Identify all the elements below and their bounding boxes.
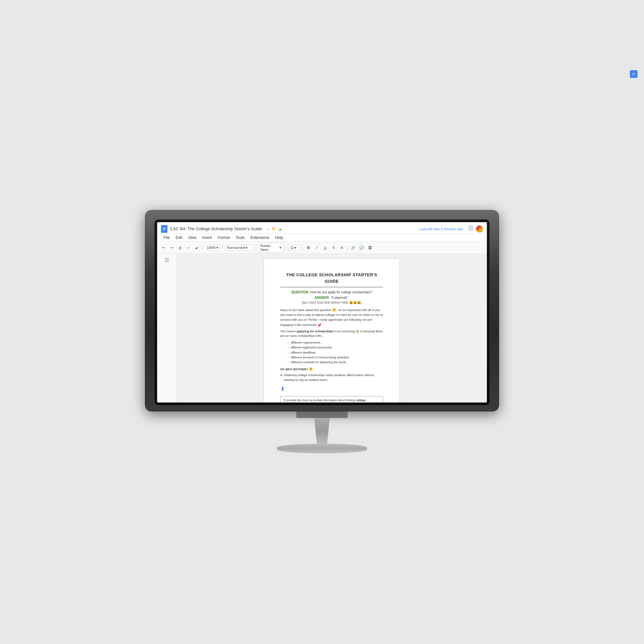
star-icon[interactable]: ☆ <box>266 227 270 231</box>
bullet-item-5: different methods for delivering the fun… <box>287 360 383 365</box>
download-arrow-icon: ⬇ <box>280 385 383 393</box>
menu-edit[interactable]: Edit <box>173 234 185 241</box>
question-line: QUESTION: How do you apply for college s… <box>280 290 383 295</box>
menu-view[interactable]: View <box>185 234 199 241</box>
why-text: Obtaining college scholarships helps stu… <box>284 373 383 382</box>
font-value: Nunito Sans <box>260 244 279 251</box>
answer-label: ANSWER: <box>314 296 330 299</box>
monitor-stand-neck <box>309 418 335 444</box>
fontsize-value: 12 <box>290 246 294 250</box>
page-area[interactable]: ✏ THE COLLEGE SCHOLARSHIP STARTER'S GUID… <box>176 254 487 403</box>
monitor: CAC B4: The College Scholarship Starter'… <box>145 210 499 412</box>
subtext: (aw c'mon bruh that doesn't help 😩😩😩) <box>280 300 383 305</box>
menu-format[interactable]: Format <box>215 234 232 241</box>
title-action-icons: ☆ 📁 ☁ <box>266 227 282 231</box>
gdocs-app-icon <box>161 225 167 233</box>
outline-icon: ☰ <box>165 257 169 263</box>
window-btn-1[interactable] <box>468 225 473 231</box>
monitor-screen: CAC B4: The College Scholarship Starter'… <box>157 222 487 403</box>
monitor-stand-top <box>296 412 348 418</box>
menu-help[interactable]: Help <box>273 234 286 241</box>
svg-rect-2 <box>163 229 166 229</box>
confusing-line: The reason applying for scholarships is … <box>280 329 383 338</box>
confusing-bold: applying for scholarships <box>297 329 334 333</box>
body-text-1: Many of you have asked this question 🤔. … <box>280 308 383 327</box>
cloud-icon[interactable]: ☁ <box>278 227 282 231</box>
italic-btn[interactable]: I <box>313 244 320 251</box>
left-sidebar: ☰ <box>157 254 176 403</box>
image-btn[interactable]: 🖼 <box>366 244 374 251</box>
bullet-list: different requirements different applica… <box>287 340 383 365</box>
zoom-value: 100% <box>207 246 216 250</box>
menu-insert[interactable]: Insert <box>200 234 214 241</box>
style-chevron: ▾ <box>246 246 248 250</box>
style-dropdown[interactable]: Normal text ▾ <box>225 245 254 251</box>
menu-file[interactable]: File <box>161 234 172 241</box>
print-btn[interactable]: 🖨 <box>176 244 184 251</box>
separator-1 <box>202 245 203 251</box>
svg-rect-3 <box>163 230 165 230</box>
bullet-item-4: different amounts of money being awarded <box>287 355 383 360</box>
separator-4 <box>286 245 286 251</box>
editor-area: ☰ ✏ THE COLLEGE SCHOLARSHIP STARTER'S GU… <box>157 254 487 403</box>
gdocs-app: CAC B4: The College Scholarship Starter'… <box>157 222 487 403</box>
menu-extensions[interactable]: Extensions <box>248 234 272 241</box>
title-bar: CAC B4: The College Scholarship Starter'… <box>157 222 487 234</box>
google-account-btn[interactable] <box>476 225 483 232</box>
separator-3 <box>256 245 256 251</box>
monitor-bezel: CAC B4: The College Scholarship Starter'… <box>155 220 489 405</box>
why-item: ◆ Obtaining college scholarships helps s… <box>280 373 383 382</box>
toolbar: ↩ ↪ 🖨 ✓ 🖌 100% ▾ Normal text <box>157 242 487 254</box>
underline-btn[interactable]: U <box>322 244 329 251</box>
confusing-prefix: The reason <box>280 329 297 333</box>
fontsize-chevron: ▾ <box>295 246 297 250</box>
menu-tools[interactable]: Tools <box>233 234 247 241</box>
bold-btn[interactable]: B <box>305 244 312 251</box>
why-bother-heading: SO WHY BOTHER? 🤔 <box>280 367 383 372</box>
question-text: How do you apply for college scholarship… <box>310 290 372 294</box>
bullet-item-3: different deadlines <box>287 350 383 355</box>
spellcheck-btn[interactable]: ✓ <box>185 244 192 251</box>
fontsize-dropdown[interactable]: 12 ▾ <box>288 245 301 251</box>
font-chevron: ▾ <box>279 246 281 250</box>
menu-bar: File Edit View Insert Format Tools Exten… <box>157 234 487 242</box>
bullet-item-1: different requirements <box>287 340 383 345</box>
answer-text: "It depends". <box>331 296 349 299</box>
strikethrough-btn[interactable]: S <box>330 244 337 251</box>
question-label: QUESTION: <box>291 290 309 294</box>
last-edit-text: Last edit was 5 minutes ago <box>419 227 463 231</box>
font-dropdown[interactable]: Nunito Sans ▾ <box>258 243 284 252</box>
separator-5 <box>303 245 303 251</box>
window-controls <box>468 225 483 232</box>
doc-title-bar: CAC B4: The College Scholarship Starter'… <box>170 226 262 231</box>
comment-btn[interactable]: 💬 <box>358 244 365 251</box>
title-divider <box>280 287 383 287</box>
zoom-chevron: ▾ <box>216 246 218 250</box>
separator-6 <box>347 245 348 251</box>
folder-icon[interactable]: 📁 <box>271 227 276 231</box>
monitor-stand-base <box>277 444 367 453</box>
textcolor-btn[interactable]: A <box>338 244 346 251</box>
info-box: To provide the most up-to-date informati… <box>280 396 383 403</box>
svg-rect-1 <box>163 228 166 228</box>
answer-line: ANSWER: "It depends". <box>280 295 383 300</box>
diamond-icon: ◆ <box>280 373 282 378</box>
info-box-bold: college scholarships <box>283 399 366 403</box>
paint-format-btn[interactable]: 🖌 <box>193 244 200 251</box>
redo-btn[interactable]: ↪ <box>168 244 175 251</box>
link-btn[interactable]: 🔗 <box>350 244 357 251</box>
document-page[interactable]: THE COLLEGE SCHOLARSHIP STARTER'S GUIDE … <box>264 259 399 403</box>
zoom-dropdown[interactable]: 100% ▾ <box>204 245 221 251</box>
bullet-item-2: different application processes <box>287 345 383 350</box>
doc-main-title: THE COLLEGE SCHOLARSHIP STARTER'S GUIDE <box>280 272 383 284</box>
style-value: Normal text <box>227 246 245 250</box>
undo-btn[interactable]: ↩ <box>160 244 167 251</box>
